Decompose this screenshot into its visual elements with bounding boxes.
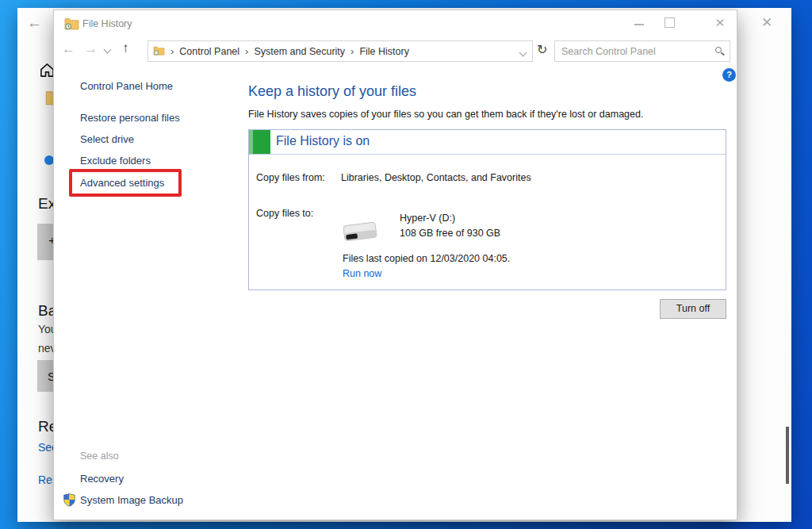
- nav-forward-icon[interactable]: →: [84, 41, 98, 57]
- sidebar-item-advanced-settings[interactable]: Advanced settings: [80, 177, 164, 189]
- nav-back-icon[interactable]: ←: [62, 41, 75, 57]
- refresh-icon[interactable]: ↻: [537, 42, 547, 57]
- sidebar-item-exclude-folders[interactable]: Exclude folders: [80, 155, 151, 167]
- minimize-icon[interactable]: [623, 14, 655, 33]
- page-description: File History saves copies of your files …: [248, 109, 643, 120]
- file-history-window: File History ✕ ← → ↑ › Control Panel ›: [53, 10, 737, 520]
- breadcrumb-separator-icon: ›: [350, 45, 354, 57]
- breadcrumb-folder-icon: [153, 44, 165, 59]
- help-icon[interactable]: ?: [722, 68, 736, 82]
- window-title: File History: [82, 18, 132, 29]
- breadcrumb-separator-icon: ›: [170, 45, 174, 57]
- close-icon[interactable]: ✕: [704, 13, 736, 33]
- file-history-icon: [64, 17, 79, 33]
- status-header: File History is on: [249, 130, 726, 155]
- status-on-indicator: [249, 130, 270, 154]
- sidebar-item-control-panel-home[interactable]: Control Panel Home: [80, 80, 173, 92]
- breadcrumb[interactable]: › Control Panel › System and Security › …: [147, 40, 533, 62]
- advanced-settings-highlight: Advanced settings: [69, 169, 182, 197]
- search-input[interactable]: [555, 41, 710, 61]
- hard-drive-icon: [341, 217, 379, 249]
- drive-space: 108 GB free of 930 GB: [400, 228, 500, 239]
- status-title: File History is on: [276, 134, 370, 148]
- titlebar: File History ✕: [54, 10, 737, 37]
- last-copied-text: Files last copied on 12/03/2020 04:05.: [343, 253, 510, 264]
- file-history-status-panel: File History is on Copy files from: Libr…: [248, 129, 726, 290]
- back-arrow-icon[interactable]: ←: [27, 14, 42, 32]
- see-also-item-system-image-backup[interactable]: System Image Backup: [80, 494, 183, 506]
- search-icon[interactable]: [715, 47, 722, 53]
- uac-shield-icon: [63, 493, 76, 510]
- address-dropdown-chevron-icon[interactable]: [519, 49, 527, 57]
- drive-name: Hyper-V (D:): [400, 213, 455, 224]
- scrollbar-thumb[interactable]: [786, 427, 789, 484]
- run-now-link[interactable]: Run now: [343, 268, 381, 279]
- breadcrumb-item-file-history[interactable]: File History: [359, 46, 409, 57]
- nav-up-icon[interactable]: ↑: [122, 40, 129, 56]
- turn-off-button[interactable]: Turn off: [660, 299, 726, 319]
- page-title: Keep a history of your files: [248, 83, 416, 100]
- sidebar-item-restore-personal-files[interactable]: Restore personal files: [80, 112, 180, 124]
- desktop-background: ← ✕ Ex + Ba You nev S Re See Res: [0, 0, 812, 529]
- breadcrumb-item-control-panel[interactable]: Control Panel: [179, 46, 239, 57]
- close-icon[interactable]: ✕: [761, 14, 772, 31]
- recent-pages-chevron-icon[interactable]: [104, 46, 112, 54]
- breadcrumb-separator-icon: ›: [245, 45, 248, 57]
- breadcrumb-item-system-and-security[interactable]: System and Security: [254, 46, 345, 57]
- search-box: [554, 40, 730, 62]
- see-also-label: See also: [80, 450, 119, 462]
- see-also-item-recovery[interactable]: Recovery: [80, 473, 124, 485]
- maximize-icon[interactable]: [665, 17, 675, 28]
- copy-to-label: Copy files to:: [256, 208, 313, 219]
- copy-from-label: Copy files from:: [256, 172, 325, 183]
- copy-from-value: Libraries, Desktop, Contacts, and Favori…: [341, 172, 531, 183]
- navigation-toolbar: ← → ↑ › Control Panel › System and Secur…: [54, 39, 737, 64]
- sidebar-item-select-drive[interactable]: Select drive: [80, 133, 134, 145]
